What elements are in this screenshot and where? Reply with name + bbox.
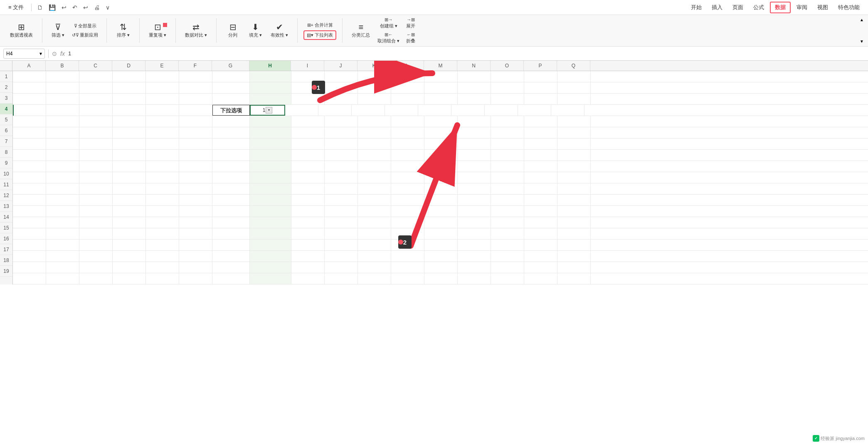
row-num-11[interactable]: 11 [0,179,12,190]
cell-L12[interactable] [391,195,424,205]
cell-F3[interactable] [179,94,212,104]
cell-D14[interactable] [113,217,146,228]
cell-L2[interactable] [391,82,424,93]
cell-N14[interactable] [458,217,491,228]
cell-P5[interactable] [524,116,557,127]
cell-K15[interactable] [358,228,391,239]
cell-P19[interactable] [524,273,557,284]
cell-F19[interactable] [179,273,212,284]
cell-F9[interactable] [179,161,212,172]
cell-D6[interactable] [113,127,146,138]
cell-Q13[interactable] [557,206,591,217]
validity-btn[interactable]: ✔ 有效性 ▾ [267,21,291,40]
cell-J4[interactable] [318,105,352,116]
cell-H18[interactable] [250,262,291,273]
cell-L14[interactable] [391,217,424,228]
cell-F7[interactable] [179,138,212,149]
compare-btn[interactable]: ⇄ 数据对比 ▾ [182,21,210,40]
cell-F18[interactable] [179,262,212,273]
col-header-C[interactable]: C [79,61,112,71]
cell-O3[interactable] [491,94,524,104]
cell-K10[interactable] [358,172,391,183]
cell-C15[interactable] [79,228,113,239]
cell-E10[interactable] [146,172,179,183]
cell-I18[interactable] [291,262,325,273]
cell-P15[interactable] [524,228,557,239]
cell-C13[interactable] [79,206,113,217]
menu-insert[interactable]: 插入 [708,2,727,13]
cell-D8[interactable] [113,150,146,161]
cell-N9[interactable] [458,161,491,172]
cell-E8[interactable] [146,150,179,161]
row-num-17[interactable]: 17 [0,244,12,255]
cell-D11[interactable] [113,183,146,194]
cell-C11[interactable] [79,183,113,194]
col-header-A[interactable]: A [12,61,46,71]
cell-F8[interactable] [179,150,212,161]
cell-C8[interactable] [79,150,113,161]
row-num-5[interactable]: 5 [0,114,12,125]
cell-H15[interactable] [250,228,291,239]
cell-Q8[interactable] [557,150,591,161]
cell-P9[interactable] [524,161,557,172]
cell-C4[interactable] [79,105,113,116]
cell-Q15[interactable] [557,228,591,239]
cell-K1[interactable] [358,71,391,82]
cell-J7[interactable] [325,138,358,149]
cell-H5[interactable] [250,116,291,127]
cell-J1[interactable] [325,71,358,82]
cell-I15[interactable] [291,228,325,239]
cell-F6[interactable] [179,127,212,138]
cell-G19[interactable] [212,273,250,284]
cell-K17[interactable] [358,251,391,262]
cell-B15[interactable] [46,228,79,239]
cell-D4[interactable] [113,105,146,116]
cell-L10[interactable] [391,172,424,183]
cell-D5[interactable] [113,116,146,127]
cell-B2[interactable] [46,82,79,93]
col-header-Q[interactable]: Q [557,61,590,71]
cell-P16[interactable] [524,240,557,250]
cell-B3[interactable] [46,94,79,104]
menu-page[interactable]: 页面 [728,2,747,13]
cell-A18[interactable] [13,262,46,273]
cell-N5[interactable] [458,116,491,127]
menu-data[interactable]: 数据 [770,2,791,13]
cell-G3[interactable] [212,94,250,104]
cell-O8[interactable] [491,150,524,161]
col-header-N[interactable]: N [457,61,491,71]
cell-I16[interactable] [291,240,325,250]
cell-C3[interactable] [79,94,113,104]
more-icon[interactable]: ∨ [104,2,112,12]
cell-I14[interactable] [291,217,325,228]
cell-B16[interactable] [46,240,79,250]
print-icon[interactable]: 🖨 [92,2,102,12]
cell-N6[interactable] [458,127,491,138]
cell-B19[interactable] [46,273,79,284]
cell-K14[interactable] [358,217,391,228]
cell-L6[interactable] [391,127,424,138]
col-header-F[interactable]: F [179,61,212,71]
cell-M3[interactable] [424,94,458,104]
cell-I9[interactable] [291,161,325,172]
cell-E1[interactable] [146,71,179,82]
dropdown-list-btn[interactable]: ▤▾ 下拉列表 [303,30,336,40]
cell-H19[interactable] [250,273,291,284]
cell-B11[interactable] [46,183,79,194]
cell-E17[interactable] [146,251,179,262]
cell-Q11[interactable] [557,183,591,194]
filter-btn[interactable]: ⊽ 筛选 ▾ [48,21,68,40]
cell-G11[interactable] [212,183,250,194]
cell-E7[interactable] [146,138,179,149]
cell-Q6[interactable] [557,127,591,138]
cell-H14[interactable] [250,217,291,228]
cell-H16[interactable] [250,240,291,250]
cell-B5[interactable] [46,116,79,127]
cell-J8[interactable] [325,150,358,161]
row-num-8[interactable]: 8 [0,147,12,158]
cell-P6[interactable] [524,127,557,138]
cell-N4[interactable] [451,105,485,116]
cell-L19[interactable] [391,273,424,284]
col-header-O[interactable]: O [491,61,524,71]
cell-C19[interactable] [79,273,113,284]
